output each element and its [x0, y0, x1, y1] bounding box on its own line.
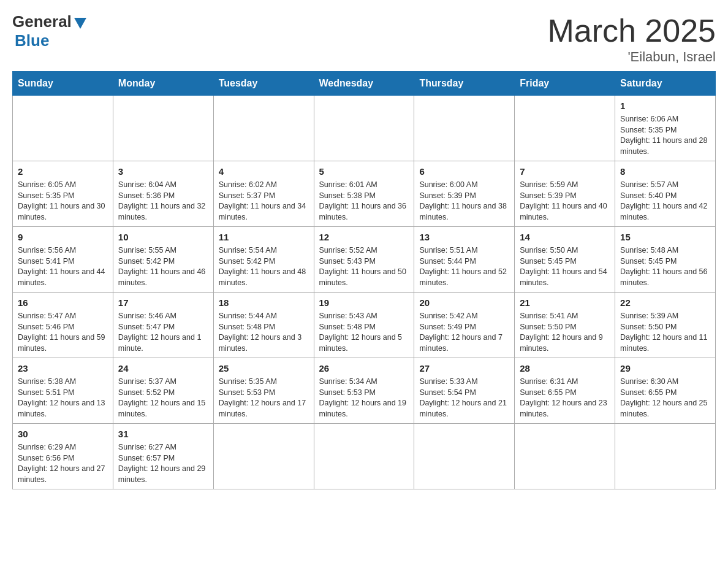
day-number: 3 — [118, 165, 208, 178]
day-info: Sunrise: 5:33 AMSunset: 5:54 PMDaylight:… — [419, 377, 509, 419]
calendar-week-1: 2Sunrise: 6:05 AMSunset: 5:35 PMDaylight… — [13, 161, 716, 227]
location-title: 'Eilabun, Israel — [547, 49, 716, 65]
day-number: 28 — [520, 362, 610, 375]
page-header: General Blue March 2025 'Eilabun, Israel — [12, 12, 716, 65]
calendar-week-5: 30Sunrise: 6:29 AMSunset: 6:56 PMDayligh… — [13, 424, 716, 489]
day-number: 30 — [18, 427, 108, 440]
day-info: Sunrise: 5:38 AMSunset: 5:51 PMDaylight:… — [18, 377, 108, 419]
day-number: 17 — [118, 296, 208, 309]
day-number: 25 — [219, 362, 309, 375]
day-number: 16 — [18, 296, 108, 309]
day-info: Sunrise: 6:31 AMSunset: 6:55 PMDaylight:… — [520, 377, 610, 419]
calendar-cell — [615, 424, 716, 489]
day-info: Sunrise: 6:27 AMSunset: 6:57 PMDaylight:… — [118, 442, 208, 485]
weekday-header-saturday: Saturday — [615, 72, 716, 96]
day-number: 31 — [118, 427, 208, 440]
day-info: Sunrise: 6:30 AMSunset: 6:55 PMDaylight:… — [620, 377, 710, 419]
calendar-week-4: 23Sunrise: 5:38 AMSunset: 5:51 PMDayligh… — [13, 358, 716, 424]
day-info: Sunrise: 6:00 AMSunset: 5:39 PMDaylight:… — [419, 180, 509, 223]
day-info: Sunrise: 5:43 AMSunset: 5:48 PMDaylight:… — [319, 311, 409, 354]
calendar-cell: 1Sunrise: 6:06 AMSunset: 5:35 PMDaylight… — [615, 96, 716, 161]
day-number: 1 — [620, 99, 710, 112]
day-info: Sunrise: 5:47 AMSunset: 5:46 PMDaylight:… — [18, 311, 108, 354]
day-number: 5 — [319, 165, 409, 178]
day-info: Sunrise: 5:35 AMSunset: 5:53 PMDaylight:… — [219, 377, 309, 419]
day-number: 23 — [18, 362, 108, 375]
calendar-header: SundayMondayTuesdayWednesdayThursdayFrid… — [13, 72, 716, 96]
calendar-cell: 10Sunrise: 5:55 AMSunset: 5:42 PMDayligh… — [113, 227, 213, 293]
calendar-cell: 23Sunrise: 5:38 AMSunset: 5:51 PMDayligh… — [13, 358, 113, 424]
calendar-cell: 5Sunrise: 6:01 AMSunset: 5:38 PMDaylight… — [314, 161, 414, 227]
day-info: Sunrise: 5:55 AMSunset: 5:42 PMDaylight:… — [118, 245, 208, 288]
calendar-cell: 12Sunrise: 5:52 AMSunset: 5:43 PMDayligh… — [314, 227, 414, 293]
day-info: Sunrise: 5:56 AMSunset: 5:41 PMDaylight:… — [18, 245, 108, 288]
day-number: 11 — [219, 231, 309, 243]
calendar-cell: 20Sunrise: 5:42 AMSunset: 5:49 PMDayligh… — [414, 293, 515, 358]
weekday-header-row: SundayMondayTuesdayWednesdayThursdayFrid… — [13, 72, 716, 96]
calendar-cell: 4Sunrise: 6:02 AMSunset: 5:37 PMDaylight… — [213, 161, 314, 227]
day-info: Sunrise: 6:04 AMSunset: 5:36 PMDaylight:… — [118, 180, 208, 223]
calendar-cell: 26Sunrise: 5:34 AMSunset: 5:53 PMDayligh… — [314, 358, 414, 424]
calendar-cell: 21Sunrise: 5:41 AMSunset: 5:50 PMDayligh… — [515, 293, 615, 358]
calendar-body: 1Sunrise: 6:06 AMSunset: 5:35 PMDaylight… — [13, 96, 716, 489]
day-number: 18 — [219, 296, 309, 309]
day-info: Sunrise: 5:39 AMSunset: 5:50 PMDaylight:… — [620, 311, 710, 354]
calendar-cell: 17Sunrise: 5:46 AMSunset: 5:47 PMDayligh… — [113, 293, 213, 358]
day-info: Sunrise: 6:06 AMSunset: 5:35 PMDaylight:… — [620, 114, 710, 157]
day-number: 26 — [319, 362, 409, 375]
day-info: Sunrise: 5:44 AMSunset: 5:48 PMDaylight:… — [219, 311, 309, 354]
calendar-cell: 25Sunrise: 5:35 AMSunset: 5:53 PMDayligh… — [213, 358, 314, 424]
calendar-cell: 29Sunrise: 6:30 AMSunset: 6:55 PMDayligh… — [615, 358, 716, 424]
day-info: Sunrise: 5:50 AMSunset: 5:45 PMDaylight:… — [520, 245, 610, 288]
calendar-cell: 8Sunrise: 5:57 AMSunset: 5:40 PMDaylight… — [615, 161, 716, 227]
weekday-header-monday: Monday — [113, 72, 213, 96]
calendar-cell: 9Sunrise: 5:56 AMSunset: 5:41 PMDaylight… — [13, 227, 113, 293]
calendar-cell — [213, 96, 314, 161]
logo-arrow-icon — [74, 18, 86, 29]
calendar-cell: 13Sunrise: 5:51 AMSunset: 5:44 PMDayligh… — [414, 227, 515, 293]
calendar-cell: 27Sunrise: 5:33 AMSunset: 5:54 PMDayligh… — [414, 358, 515, 424]
day-number: 12 — [319, 231, 409, 243]
day-info: Sunrise: 6:02 AMSunset: 5:37 PMDaylight:… — [219, 180, 309, 223]
day-number: 20 — [419, 296, 509, 309]
day-info: Sunrise: 5:52 AMSunset: 5:43 PMDaylight:… — [319, 245, 409, 288]
day-number: 8 — [620, 165, 710, 178]
day-info: Sunrise: 5:48 AMSunset: 5:45 PMDaylight:… — [620, 245, 710, 288]
weekday-header-friday: Friday — [515, 72, 615, 96]
calendar-table: SundayMondayTuesdayWednesdayThursdayFrid… — [12, 71, 716, 489]
calendar-cell — [314, 424, 414, 489]
calendar-cell: 24Sunrise: 5:37 AMSunset: 5:52 PMDayligh… — [113, 358, 213, 424]
calendar-week-3: 16Sunrise: 5:47 AMSunset: 5:46 PMDayligh… — [13, 293, 716, 358]
calendar-cell: 30Sunrise: 6:29 AMSunset: 6:56 PMDayligh… — [13, 424, 113, 489]
logo-text-blue: Blue — [15, 31, 49, 50]
weekday-header-sunday: Sunday — [13, 72, 113, 96]
day-number: 15 — [620, 231, 710, 243]
calendar-cell: 14Sunrise: 5:50 AMSunset: 5:45 PMDayligh… — [515, 227, 615, 293]
day-number: 13 — [419, 231, 509, 243]
calendar-cell: 2Sunrise: 6:05 AMSunset: 5:35 PMDaylight… — [13, 161, 113, 227]
day-info: Sunrise: 6:01 AMSunset: 5:38 PMDaylight:… — [319, 180, 409, 223]
day-number: 21 — [520, 296, 610, 309]
day-number: 7 — [520, 165, 610, 178]
calendar-week-2: 9Sunrise: 5:56 AMSunset: 5:41 PMDaylight… — [13, 227, 716, 293]
calendar-cell — [414, 424, 515, 489]
calendar-cell: 3Sunrise: 6:04 AMSunset: 5:36 PMDaylight… — [113, 161, 213, 227]
day-number: 2 — [18, 165, 108, 178]
day-info: Sunrise: 5:41 AMSunset: 5:50 PMDaylight:… — [520, 311, 610, 354]
title-area: March 2025 'Eilabun, Israel — [547, 12, 716, 65]
calendar-cell: 31Sunrise: 6:27 AMSunset: 6:57 PMDayligh… — [113, 424, 213, 489]
day-number: 24 — [118, 362, 208, 375]
calendar-cell: 28Sunrise: 6:31 AMSunset: 6:55 PMDayligh… — [515, 358, 615, 424]
calendar-cell — [515, 424, 615, 489]
day-info: Sunrise: 5:42 AMSunset: 5:49 PMDaylight:… — [419, 311, 509, 354]
calendar-cell — [213, 424, 314, 489]
logo-text-general: General — [12, 12, 72, 31]
day-info: Sunrise: 5:54 AMSunset: 5:42 PMDaylight:… — [219, 245, 309, 288]
day-info: Sunrise: 6:29 AMSunset: 6:56 PMDaylight:… — [18, 442, 108, 485]
calendar-cell — [314, 96, 414, 161]
calendar-cell: 15Sunrise: 5:48 AMSunset: 5:45 PMDayligh… — [615, 227, 716, 293]
calendar-cell: 16Sunrise: 5:47 AMSunset: 5:46 PMDayligh… — [13, 293, 113, 358]
day-number: 4 — [219, 165, 309, 178]
calendar-cell: 22Sunrise: 5:39 AMSunset: 5:50 PMDayligh… — [615, 293, 716, 358]
calendar-cell: 11Sunrise: 5:54 AMSunset: 5:42 PMDayligh… — [213, 227, 314, 293]
